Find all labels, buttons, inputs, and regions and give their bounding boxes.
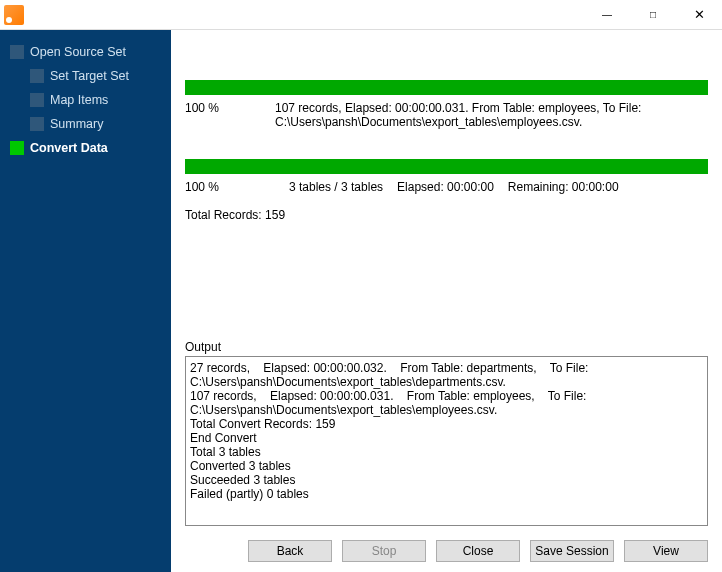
sidebar-item-open-source[interactable]: Open Source Set (0, 40, 171, 64)
step-box-icon (30, 69, 44, 83)
progress-info-current: 107 records, Elapsed: 00:00:00.031. From… (275, 101, 708, 129)
maximize-button[interactable]: □ (630, 0, 676, 30)
step-box-icon (30, 117, 44, 131)
output-label: Output (171, 340, 722, 356)
progress-tables: 3 tables / 3 tables (289, 180, 383, 194)
step-box-icon (10, 141, 24, 155)
progress-bar-current (185, 80, 708, 95)
button-row: Back Stop Close Save Session View (171, 534, 722, 572)
progress-remaining: Remaining: 00:00:00 (508, 180, 619, 194)
stop-button[interactable]: Stop (342, 540, 426, 562)
sidebar-item-summary[interactable]: Summary (0, 112, 171, 136)
sidebar-item-convert-data[interactable]: Convert Data (0, 136, 171, 160)
sidebar-item-label: Convert Data (30, 141, 108, 155)
save-session-button[interactable]: Save Session (530, 540, 614, 562)
sidebar-item-map-items[interactable]: Map Items (0, 88, 171, 112)
progress-percent-current: 100 % (185, 101, 275, 129)
back-button[interactable]: Back (248, 540, 332, 562)
close-button[interactable]: Close (436, 540, 520, 562)
sidebar-item-label: Map Items (50, 93, 108, 107)
sidebar-item-label: Set Target Set (50, 69, 129, 83)
progress-total-records: Total Records: 159 (185, 208, 285, 222)
sidebar-item-set-target[interactable]: Set Target Set (0, 64, 171, 88)
step-box-icon (10, 45, 24, 59)
progress-percent-overall: 100 % (185, 180, 275, 194)
window-titlebar: — □ ✕ (0, 0, 722, 30)
wizard-sidebar: Open Source Set Set Target Set Map Items… (0, 30, 171, 572)
output-textarea[interactable] (186, 357, 707, 525)
progress-bar-overall (185, 159, 708, 174)
content-panel: 100 % 107 records, Elapsed: 00:00:00.031… (171, 30, 722, 572)
close-window-button[interactable]: ✕ (676, 0, 722, 30)
step-box-icon (30, 93, 44, 107)
minimize-button[interactable]: — (584, 0, 630, 30)
view-button[interactable]: View (624, 540, 708, 562)
sidebar-item-label: Open Source Set (30, 45, 126, 59)
progress-elapsed: Elapsed: 00:00:00 (397, 180, 494, 194)
sidebar-item-label: Summary (50, 117, 103, 131)
app-icon (4, 5, 24, 25)
